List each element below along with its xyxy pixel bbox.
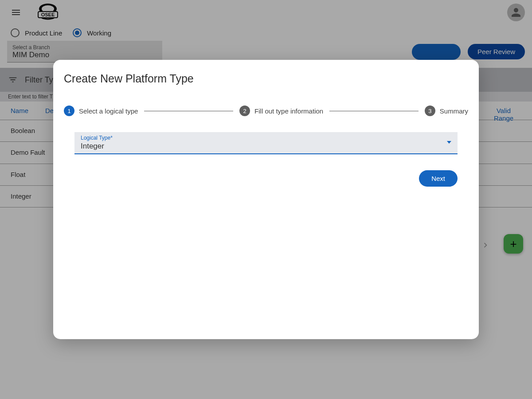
logical-type-value: Integer bbox=[81, 141, 451, 151]
step-connector bbox=[329, 111, 419, 111]
step-3-label: Summary bbox=[440, 107, 468, 115]
step-3[interactable]: 3 Summary bbox=[425, 106, 468, 116]
logical-type-label: Logical Type* bbox=[81, 135, 451, 141]
step-1-label: Select a logical type bbox=[79, 107, 138, 115]
step-2[interactable]: 2 Fill out type information bbox=[239, 106, 323, 116]
dialog-title: Create New Platform Type bbox=[64, 72, 468, 85]
create-platform-type-dialog: Create New Platform Type 1 Select a logi… bbox=[53, 60, 479, 339]
stepper: 1 Select a logical type 2 Fill out type … bbox=[64, 106, 468, 132]
logical-type-select[interactable]: Logical Type* Integer bbox=[74, 132, 458, 154]
step-connector bbox=[144, 111, 233, 111]
next-button[interactable]: Next bbox=[419, 170, 458, 187]
dropdown-caret-icon bbox=[447, 141, 451, 144]
step-2-label: Fill out type information bbox=[254, 107, 323, 115]
step-1[interactable]: 1 Select a logical type bbox=[64, 106, 138, 116]
